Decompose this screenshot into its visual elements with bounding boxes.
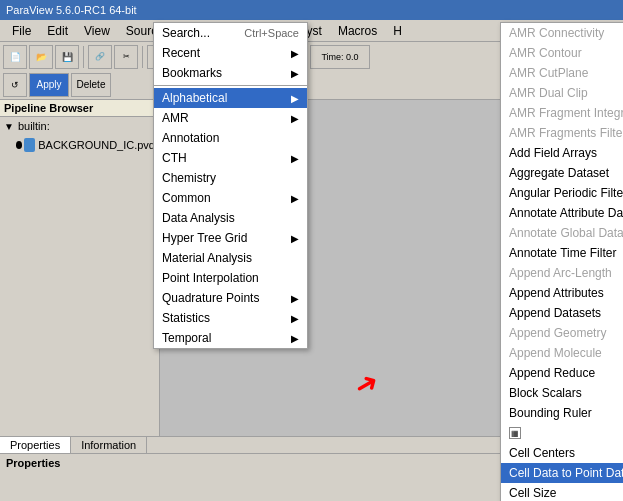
- calc-icon: ▦: [509, 427, 521, 439]
- toolbar-reset[interactable]: ↺: [3, 73, 27, 97]
- alpha-calculator[interactable]: ▦ Calculator: [501, 423, 623, 443]
- menu-divider1: [154, 85, 307, 86]
- filters-material[interactable]: Material Analysis: [154, 248, 307, 268]
- alpha-annotate-global[interactable]: Annotate Global Data: [501, 223, 623, 243]
- filters-chemistry[interactable]: Chemistry: [154, 168, 307, 188]
- title-bar: ParaView 5.6.0-RC1 64-bit: [0, 0, 623, 20]
- filters-cth[interactable]: CTH ▶: [154, 148, 307, 168]
- menu-help[interactable]: H: [385, 22, 410, 40]
- tab-information[interactable]: Information: [71, 437, 147, 453]
- toolbar-disconnect[interactable]: ✂: [114, 45, 138, 69]
- alpha-block-scalars[interactable]: Block Scalars: [501, 383, 623, 403]
- menu-macros[interactable]: Macros: [330, 22, 385, 40]
- alpha-cell-centers[interactable]: Cell Centers: [501, 443, 623, 463]
- alpha-items-menu: AMR Connectivity AMR Contour AMR CutPlan…: [500, 22, 623, 501]
- toolbar-open[interactable]: 📂: [29, 45, 53, 69]
- menu-file[interactable]: File: [4, 22, 39, 40]
- filters-amr[interactable]: AMR ▶: [154, 108, 307, 128]
- toolbar-sep2: [142, 46, 143, 68]
- filters-menu: Search... Ctrl+Space Recent ▶ Bookmarks …: [153, 22, 308, 349]
- alpha-bounding-ruler[interactable]: Bounding Ruler: [501, 403, 623, 423]
- alpha-append-arc[interactable]: Append Arc-Length: [501, 263, 623, 283]
- alpha-append-geometry[interactable]: Append Geometry: [501, 323, 623, 343]
- filters-temporal[interactable]: Temporal ▶: [154, 328, 307, 348]
- alpha-cell-data-to-point[interactable]: Cell Data to Point Data: [501, 463, 623, 483]
- filters-statistics[interactable]: Statistics ▶: [154, 308, 307, 328]
- filters-search[interactable]: Search... Ctrl+Space: [154, 23, 307, 43]
- alpha-append-reduce[interactable]: Append Reduce: [501, 363, 623, 383]
- alpha-append-attr[interactable]: Append Attributes: [501, 283, 623, 303]
- menu-view[interactable]: View: [76, 22, 118, 40]
- alpha-amr-frag-filter[interactable]: AMR Fragments Filter: [501, 123, 623, 143]
- filters-quadrature[interactable]: Quadrature Points ▶: [154, 288, 307, 308]
- alpha-amr-frag-int[interactable]: AMR Fragment Integration: [501, 103, 623, 123]
- toolbar-apply[interactable]: Apply: [29, 73, 69, 97]
- toolbar-save[interactable]: 💾: [55, 45, 79, 69]
- menu-edit[interactable]: Edit: [39, 22, 76, 40]
- toolbar-time[interactable]: Time: 0.0: [310, 45, 370, 69]
- filters-data-analysis[interactable]: Data Analysis: [154, 208, 307, 228]
- filters-recent[interactable]: Recent ▶: [154, 43, 307, 63]
- filters-bookmarks[interactable]: Bookmarks ▶: [154, 63, 307, 83]
- alpha-amr-cutplane[interactable]: AMR CutPlane: [501, 63, 623, 83]
- alpha-cell-size[interactable]: Cell Size: [501, 483, 623, 501]
- filters-annotation[interactable]: Annotation: [154, 128, 307, 148]
- filters-common[interactable]: Common ▶: [154, 188, 307, 208]
- toolbar-sep1: [83, 46, 84, 68]
- filters-point-interp[interactable]: Point Interpolation: [154, 268, 307, 288]
- toolbar-delete[interactable]: Delete: [71, 73, 111, 97]
- filters-hyper-tree[interactable]: Hyper Tree Grid ▶: [154, 228, 307, 248]
- pipeline-builtin-label: builtin:: [18, 120, 50, 132]
- toolbar-connect[interactable]: 🔗: [88, 45, 112, 69]
- tab-properties[interactable]: Properties: [0, 437, 71, 453]
- alpha-append-molecule[interactable]: Append Molecule: [501, 343, 623, 363]
- alpha-angular[interactable]: Angular Periodic Filter: [501, 183, 623, 203]
- alpha-annotate-attr[interactable]: Annotate Attribute Data: [501, 203, 623, 223]
- toolbar-new[interactable]: 📄: [3, 45, 27, 69]
- alpha-annotate-time[interactable]: Annotate Time Filter: [501, 243, 623, 263]
- pipeline-browser-title: Pipeline Browser: [0, 100, 159, 117]
- alpha-aggregate[interactable]: Aggregate Dataset: [501, 163, 623, 183]
- pipeline-file[interactable]: BACKGROUND_IC.pvd: [0, 135, 159, 155]
- alpha-add-field[interactable]: Add Field Arrays: [501, 143, 623, 163]
- alphabetical-label: Alphabetical: [162, 91, 227, 105]
- alpha-amr-contour[interactable]: AMR Contour: [501, 43, 623, 63]
- pipeline-file-label: BACKGROUND_IC.pvd: [38, 139, 155, 151]
- alpha-amr-connectivity[interactable]: AMR Connectivity: [501, 23, 623, 43]
- title-text: ParaView 5.6.0-RC1 64-bit: [6, 4, 137, 16]
- pipeline-builtin[interactable]: ▼ builtin:: [0, 117, 159, 135]
- alpha-append-datasets[interactable]: Append Datasets: [501, 303, 623, 323]
- filters-alphabetical[interactable]: Alphabetical ▶: [154, 88, 307, 108]
- alpha-amr-dualclip[interactable]: AMR Dual Clip: [501, 83, 623, 103]
